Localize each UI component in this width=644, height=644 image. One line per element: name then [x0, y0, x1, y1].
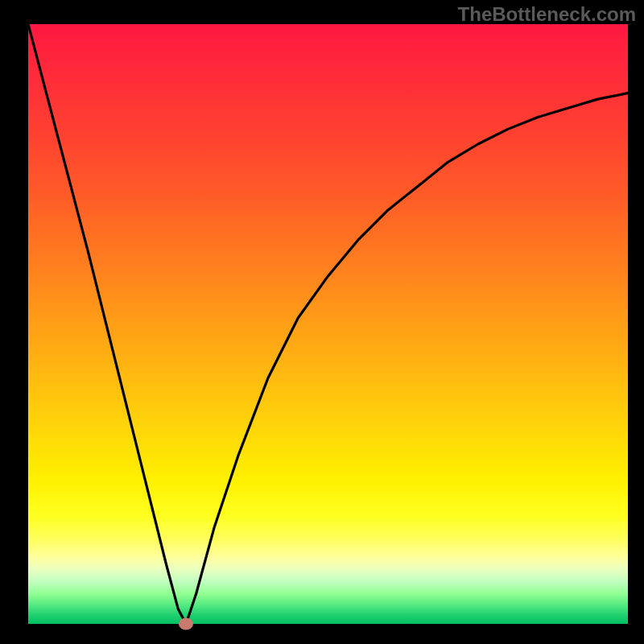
- optimal-point-marker: [179, 618, 193, 630]
- bottleneck-curve: [28, 24, 628, 624]
- chart-plot-area: [28, 24, 628, 624]
- watermark-text: TheBottleneck.com: [458, 3, 636, 26]
